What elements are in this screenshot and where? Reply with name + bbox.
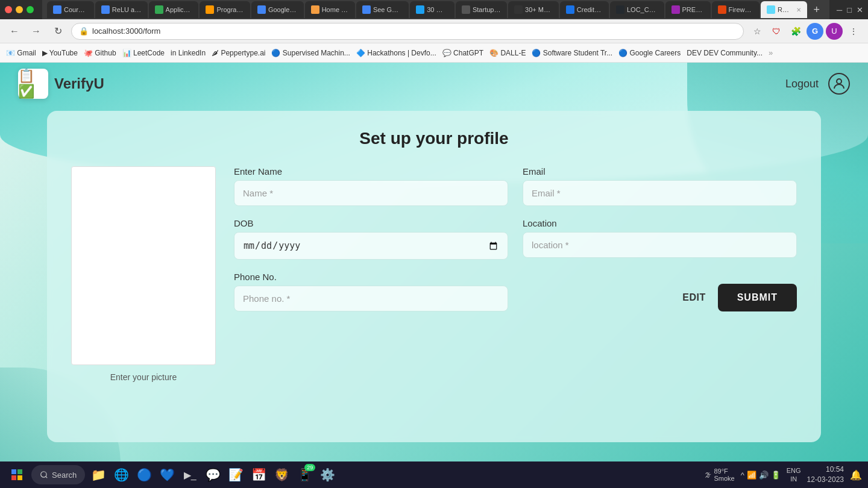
toolbar: ← → ↻ 🔒 localhost:3000/form ☆ 🛡 🧩 G U ⋮ <box>0 19 868 43</box>
phone-field-group: Phone No. <box>234 272 508 311</box>
tab-coursera[interactable]: Coursera <box>47 1 94 18</box>
date-display: 12-03-2023 <box>807 475 844 485</box>
dob-location-row: DOB Location <box>234 218 797 260</box>
system-icons: ^ 📶 🔊 🔋 <box>741 471 781 480</box>
shield-icon[interactable]: 🛡 <box>768 23 785 40</box>
forward-button[interactable]: → <box>28 23 45 40</box>
tab-30mac[interactable]: 30+ Mac... <box>508 1 559 18</box>
tab-application[interactable]: Applicati... <box>149 1 199 18</box>
navbar-right: Logout <box>785 73 850 95</box>
tab-relu[interactable]: ReLU act... <box>95 1 148 18</box>
address-bar[interactable]: 🔒 localhost:3000/form <box>71 23 744 40</box>
edit-button[interactable]: EDIT <box>682 292 705 303</box>
app-navbar: 📋✅ VerifyU Logout <box>0 63 868 105</box>
clock: 10:54 12-03-2023 <box>807 465 844 485</box>
phone-input[interactable] <box>234 286 508 311</box>
minimize-button[interactable]: ─ <box>837 5 842 14</box>
taskbar-whatsapp[interactable]: 📱 29 <box>295 465 314 484</box>
submit-button[interactable]: SUBMIT <box>718 284 797 311</box>
bookmark-gmail[interactable]: 📧 Gmail <box>6 49 36 57</box>
svg-rect-3 <box>11 475 16 480</box>
taskbar-vscode[interactable]: 💙 <box>157 465 177 484</box>
menu-icon[interactable]: ⋮ <box>845 23 862 40</box>
bookmark-youtube[interactable]: ▶ YouTube <box>42 49 78 57</box>
tab-preview[interactable]: PREVI... <box>665 1 711 18</box>
bookmark-google-careers[interactable]: 🔵 Google Careers <box>618 49 681 57</box>
logo-image: 📋✅ <box>18 69 48 99</box>
tab-program[interactable]: Program... <box>200 1 250 18</box>
taskbar-calendar[interactable]: 📅 <box>249 465 268 484</box>
dob-input[interactable] <box>234 232 508 260</box>
tab-firewall[interactable]: Firewall... <box>712 1 760 18</box>
name-input[interactable] <box>234 180 508 206</box>
bookmark-peppertype[interactable]: 🌶 Peppertype.ai <box>212 49 265 57</box>
email-input[interactable] <box>523 180 797 206</box>
form-actions: EDIT SUBMIT <box>523 284 797 311</box>
logo-emoji: 📋✅ <box>18 68 48 99</box>
bookmark-linkedin[interactable]: in LinkedIn <box>171 49 206 57</box>
tab-30work[interactable]: 30 Work <box>410 1 454 18</box>
profile-icon[interactable]: G <box>807 23 823 40</box>
extensions-icon[interactable]: 🧩 <box>787 23 804 40</box>
logout-button[interactable]: Logout <box>785 78 819 90</box>
page-background: 📋✅ VerifyU Logout Set up your pro <box>0 63 868 488</box>
tab-react[interactable]: React ✕ <box>761 1 807 18</box>
tab-credit[interactable]: Credit S... <box>560 1 609 18</box>
reload-button[interactable]: ↻ <box>49 23 66 40</box>
bookmark-icon[interactable]: ☆ <box>749 23 766 40</box>
back-button[interactable]: ← <box>6 23 23 40</box>
locale-label: ENGIN <box>787 466 801 484</box>
taskbar-terminal[interactable]: ▶_ <box>180 465 200 484</box>
tab-home[interactable]: Home | (... <box>305 1 355 18</box>
locale-icon: ^ <box>741 471 744 480</box>
taskbar-chrome[interactable]: 🔵 <box>134 465 154 484</box>
tab-startup[interactable]: Startup J... <box>456 1 507 18</box>
new-tab-button[interactable]: + <box>808 4 825 16</box>
user-profile-icon[interactable]: U <box>826 23 843 40</box>
svg-rect-2 <box>17 469 22 474</box>
photo-label: Enter your picture <box>110 372 177 382</box>
location-input[interactable] <box>523 232 797 258</box>
bookmark-dev[interactable]: DEV DEV Community... <box>687 49 763 57</box>
taskbar-github[interactable]: ⚙️ <box>318 465 337 484</box>
bookmark-github[interactable]: 🐙 Github <box>84 49 116 57</box>
photo-upload-box[interactable] <box>71 166 216 365</box>
maximize-button[interactable]: □ <box>847 5 852 14</box>
profile-form-container: Set up your profile Enter your picture E… <box>47 111 821 442</box>
bookmark-supervised[interactable]: 🔵 Supervised Machin... <box>271 49 350 57</box>
taskbar-files[interactable]: 📁 <box>89 465 108 484</box>
taskbar-edge[interactable]: 🌐 <box>112 465 131 484</box>
start-button[interactable] <box>6 464 28 486</box>
dob-label: DOB <box>234 218 508 228</box>
email-label: Email <box>523 166 797 177</box>
bookmark-software[interactable]: 🔵 Software Student Tr... <box>532 49 612 57</box>
close-button[interactable]: ✕ <box>857 5 863 14</box>
name-field-group: Enter Name <box>234 166 508 206</box>
bookmark-hackathons[interactable]: 🔷 Hackathons | Devfo... <box>356 49 436 57</box>
weather-desc: Smoke <box>714 475 734 482</box>
tab-loccon[interactable]: LOC_Con... <box>610 1 664 18</box>
tab-seedsc[interactable]: See GDS... <box>356 1 409 18</box>
tab-google[interactable]: Google S... <box>251 1 304 18</box>
bookmark-chatgpt[interactable]: 💬 ChatGPT <box>442 49 483 57</box>
notification-center-icon[interactable]: 🔔 <box>850 469 862 481</box>
form-title: Set up your profile <box>71 129 797 148</box>
taskbar: Search 📁 🌐 🔵 💙 ▶_ 💬 📝 📅 🦁 📱 29 ⚙️ 🌫 89°F… <box>0 461 868 488</box>
name-email-row: Enter Name Email <box>234 166 797 206</box>
weather-temp: 89°F <box>714 468 734 475</box>
taskbar-brave[interactable]: 🦁 <box>272 465 291 484</box>
notification-badge: 29 <box>304 464 315 471</box>
weather-widget: 🌫 89°F Smoke <box>705 468 734 482</box>
network-icon: 📶 <box>747 471 756 480</box>
taskbar-discord[interactable]: 💬 <box>203 465 222 484</box>
tab-bar: Coursera ReLU act... Applicati... Progra… <box>42 0 829 20</box>
search-label: Search <box>52 471 77 480</box>
bookmarks-more[interactable]: » <box>769 48 773 57</box>
taskbar-search[interactable]: Search <box>31 465 85 484</box>
battery-icon: 🔋 <box>771 471 781 480</box>
taskbar-notion[interactable]: 📝 <box>226 465 245 484</box>
photo-section: Enter your picture <box>71 166 216 382</box>
user-avatar[interactable] <box>828 73 850 95</box>
bookmark-leetcode[interactable]: 📊 LeetCode <box>122 49 165 57</box>
bookmark-dalle[interactable]: 🎨 DALL-E <box>489 49 526 57</box>
